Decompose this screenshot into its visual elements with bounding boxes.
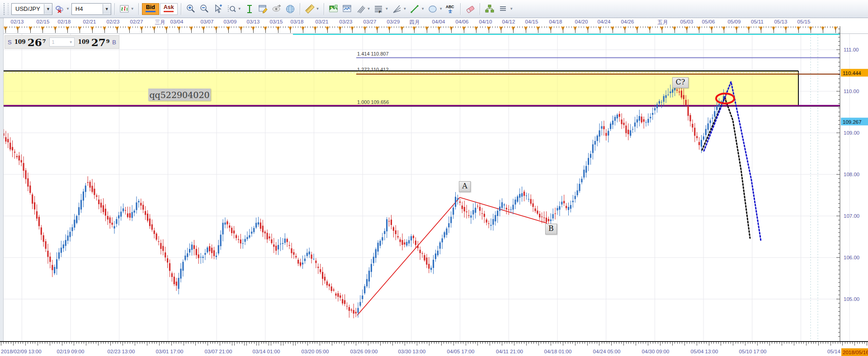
candle[interactable]: [537, 211, 538, 214]
candle[interactable]: [351, 309, 352, 310]
candle[interactable]: [236, 235, 237, 238]
candle[interactable]: [5, 137, 6, 142]
candle[interactable]: [54, 267, 55, 273]
candle[interactable]: [331, 286, 332, 291]
candle[interactable]: [581, 179, 582, 183]
candle[interactable]: [109, 217, 111, 223]
candle[interactable]: [337, 293, 339, 297]
candle[interactable]: [297, 260, 299, 263]
candle[interactable]: [435, 253, 436, 259]
candle[interactable]: [165, 253, 166, 258]
candle[interactable]: [202, 257, 203, 258]
candle[interactable]: [422, 253, 423, 253]
candle[interactable]: [154, 230, 155, 234]
candle[interactable]: [278, 245, 279, 249]
candle[interactable]: [69, 232, 71, 237]
candle[interactable]: [38, 217, 40, 226]
candle[interactable]: [497, 211, 498, 216]
candle[interactable]: [417, 246, 419, 248]
candle[interactable]: [506, 208, 507, 210]
candle[interactable]: [548, 219, 549, 221]
candle[interactable]: [224, 222, 226, 225]
candle[interactable]: [459, 201, 461, 203]
candle[interactable]: [519, 194, 520, 197]
candle[interactable]: [291, 248, 292, 253]
candle[interactable]: [295, 256, 297, 258]
candle[interactable]: [353, 310, 354, 314]
candle[interactable]: [211, 248, 212, 253]
candle[interactable]: [621, 120, 623, 124]
candle[interactable]: [464, 207, 465, 211]
candle[interactable]: [444, 232, 445, 238]
candle[interactable]: [543, 218, 545, 218]
candle[interactable]: [670, 91, 671, 93]
candle[interactable]: [142, 205, 144, 210]
candle[interactable]: [251, 232, 252, 234]
candle[interactable]: [577, 190, 578, 195]
candle[interactable]: [455, 197, 456, 207]
candle[interactable]: [424, 255, 425, 261]
candle[interactable]: [176, 281, 177, 286]
candle[interactable]: [420, 250, 421, 253]
candle[interactable]: [180, 269, 181, 279]
candle[interactable]: [267, 233, 268, 239]
candle[interactable]: [448, 223, 449, 227]
candle[interactable]: [359, 302, 361, 305]
candle[interactable]: [36, 211, 38, 219]
candle[interactable]: [127, 213, 128, 217]
candle[interactable]: [41, 227, 42, 234]
candle[interactable]: [171, 273, 173, 277]
candle[interactable]: [643, 119, 645, 122]
candle[interactable]: [120, 211, 122, 216]
candle[interactable]: [627, 130, 629, 134]
candle[interactable]: [524, 192, 525, 196]
candle[interactable]: [269, 236, 270, 238]
candle[interactable]: [501, 202, 503, 208]
candle[interactable]: [659, 101, 660, 103]
candle[interactable]: [530, 199, 532, 204]
candle[interactable]: [149, 219, 151, 226]
candle[interactable]: [134, 211, 135, 213]
candle[interactable]: [136, 202, 137, 210]
candle[interactable]: [238, 239, 239, 239]
candle[interactable]: [393, 227, 394, 231]
candle[interactable]: [293, 252, 294, 255]
candle[interactable]: [718, 104, 720, 107]
candle[interactable]: [397, 236, 399, 238]
candle[interactable]: [162, 246, 164, 251]
candle[interactable]: [198, 254, 199, 258]
candle[interactable]: [83, 192, 84, 201]
candle[interactable]: [132, 212, 133, 218]
candle[interactable]: [209, 246, 210, 251]
candle[interactable]: [242, 243, 244, 244]
candle[interactable]: [29, 186, 31, 193]
candle[interactable]: [490, 225, 491, 226]
candle[interactable]: [216, 256, 217, 257]
candle[interactable]: [7, 139, 9, 142]
candle[interactable]: [71, 227, 73, 231]
candle[interactable]: [605, 133, 607, 136]
candle[interactable]: [19, 155, 20, 160]
candle[interactable]: [641, 117, 642, 122]
candle[interactable]: [96, 196, 97, 197]
candle[interactable]: [663, 96, 665, 102]
candle[interactable]: [78, 207, 80, 215]
wave-label-Cq[interactable]: C?: [672, 77, 689, 88]
candle[interactable]: [561, 201, 562, 204]
candle[interactable]: [313, 259, 314, 259]
candle[interactable]: [386, 219, 387, 231]
candle[interactable]: [309, 252, 310, 254]
candle[interactable]: [696, 136, 698, 138]
candle[interactable]: [521, 193, 523, 197]
candle[interactable]: [25, 170, 26, 179]
candle[interactable]: [437, 251, 439, 255]
candle[interactable]: [264, 232, 266, 234]
candle[interactable]: [462, 206, 463, 209]
candle[interactable]: [253, 228, 255, 232]
candle[interactable]: [167, 258, 168, 262]
candle[interactable]: [74, 220, 75, 227]
candle[interactable]: [674, 88, 675, 90]
candle[interactable]: [617, 115, 618, 118]
candle[interactable]: [340, 295, 341, 298]
candle[interactable]: [103, 205, 104, 212]
